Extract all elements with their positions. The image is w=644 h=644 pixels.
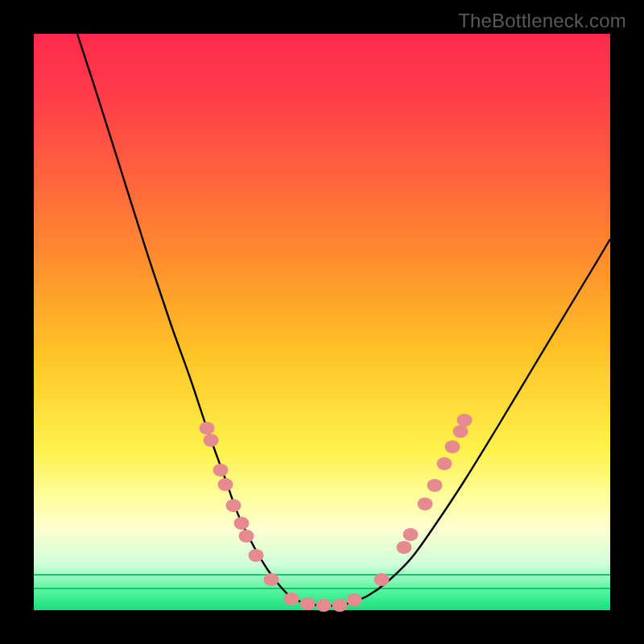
outer-frame: TheBottleneck.com: [0, 0, 644, 644]
bead-marker: [427, 479, 443, 492]
bead-marker: [264, 573, 279, 586]
bead-marker: [218, 478, 233, 491]
bead-marker: [204, 434, 219, 447]
bead-marker: [453, 425, 469, 438]
bead-group: [200, 414, 473, 612]
bead-marker: [332, 599, 348, 612]
bead-marker: [403, 528, 419, 541]
bead-marker: [239, 530, 254, 543]
bead-marker: [226, 499, 242, 512]
bottleneck-curve-path: [77, 34, 610, 605]
bead-marker: [437, 457, 452, 470]
bead-marker: [445, 440, 460, 453]
bead-marker: [213, 464, 229, 477]
bead-marker: [316, 599, 332, 612]
bead-marker: [397, 541, 412, 554]
bead-marker: [457, 414, 473, 427]
bead-marker: [249, 549, 264, 562]
plot-area: [34, 34, 610, 610]
bead-marker: [284, 592, 299, 605]
bead-marker: [200, 422, 215, 435]
bead-marker: [300, 597, 316, 610]
chart-svg: [34, 34, 610, 610]
bead-marker: [347, 593, 362, 606]
watermark-text: TheBottleneck.com: [458, 10, 626, 32]
bead-marker: [374, 573, 390, 586]
bead-marker: [234, 517, 250, 530]
bead-marker: [418, 497, 433, 510]
